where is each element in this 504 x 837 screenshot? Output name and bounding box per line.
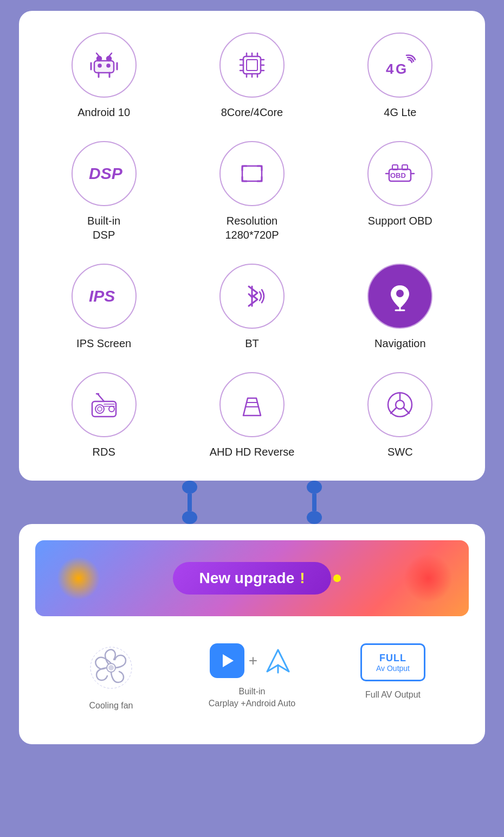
- obd-icon-circle: OBD: [367, 141, 432, 206]
- svg-text:G: G: [396, 61, 406, 77]
- carplay-item: + Built-inCarplay +Android Auto: [187, 643, 317, 712]
- ips-icon-circle: IPS: [72, 264, 137, 329]
- upgrade-dot: [333, 574, 341, 582]
- page-wrapper: Android 10: [19, 11, 485, 744]
- ahd-icon-circle: [219, 372, 285, 437]
- bt-icon-circle: [219, 264, 285, 329]
- connector-left: [182, 481, 197, 524]
- svg-point-12: [107, 65, 109, 67]
- resolution-icon: [232, 154, 272, 193]
- feature-android: Android 10: [35, 33, 172, 119]
- svg-point-53: [396, 400, 404, 409]
- ahd-icon: [232, 385, 272, 424]
- svg-text:IPS: IPS: [89, 287, 115, 305]
- bt-icon: [232, 277, 272, 316]
- ips-label: IPS Screen: [76, 336, 131, 350]
- feature-nav: Navigation: [332, 264, 469, 350]
- swc-label: SWC: [387, 445, 413, 459]
- features-grid: Android 10: [35, 33, 469, 459]
- plus-sign: +: [249, 652, 257, 669]
- swc-icon: [380, 385, 419, 424]
- rds-icon-circle: [72, 372, 137, 437]
- fullav-item: FULL Av Output Full AV Output: [328, 643, 458, 712]
- swc-icon-circle: [367, 372, 432, 437]
- svg-line-4: [96, 53, 99, 56]
- svg-line-42: [98, 394, 104, 401]
- bottom-card: New upgrade !: [19, 524, 485, 744]
- connector-right: [307, 481, 322, 524]
- connector-line-right: [312, 494, 316, 510]
- resolution-icon-circle: [219, 141, 285, 206]
- feature-dsp: DSP Built-inDSP: [35, 141, 172, 242]
- top-card: Android 10: [19, 11, 485, 481]
- svg-text:DSP: DSP: [89, 164, 123, 182]
- upgrade-text: New upgrade: [199, 570, 294, 587]
- cooling-fan-icon: [87, 643, 135, 692]
- carplay-label: Built-inCarplay +Android Auto: [209, 686, 296, 710]
- svg-point-11: [98, 65, 101, 67]
- svg-rect-6: [94, 61, 114, 73]
- full-av-bottom-text: Av Output: [376, 664, 410, 673]
- navigation-icon: [380, 277, 419, 316]
- upgrade-exclaim: !: [300, 570, 305, 587]
- ips-icon: IPS: [85, 277, 124, 316]
- ahd-label: AHD HD Reverse: [210, 445, 295, 459]
- connector-top-dot-left: [182, 481, 197, 494]
- connector-bottom-dot-left: [182, 511, 197, 524]
- svg-line-5: [109, 53, 112, 56]
- feature-rds: RDS: [35, 372, 172, 459]
- android-label: Android 10: [77, 105, 130, 119]
- svg-marker-60: [223, 654, 234, 667]
- feature-ahd: AHD HD Reverse: [183, 372, 320, 459]
- feature-core: 8Core/4Core: [183, 33, 320, 119]
- new-features-box: Cooling fan + Buil: [35, 627, 469, 728]
- fullav-label: Full AV Output: [365, 689, 421, 701]
- carplay-play-icon: [210, 643, 244, 678]
- obd-label: Support OBD: [368, 214, 432, 228]
- svg-point-58: [108, 665, 114, 670]
- upgrade-pill: New upgrade !: [173, 562, 331, 595]
- connector-top-dot-right: [307, 481, 322, 494]
- dsp-icon: DSP: [85, 154, 124, 193]
- full-av-box: FULL Av Output: [360, 643, 425, 681]
- chip-icon: [232, 46, 272, 85]
- android-auto-icon: [262, 644, 294, 677]
- feature-obd: OBD Support OBD: [332, 141, 469, 242]
- nav-icon-circle: [367, 264, 432, 329]
- connector-row: [19, 481, 485, 524]
- connector-bottom-dot-right: [307, 511, 322, 524]
- core-icon-circle: [219, 33, 285, 98]
- feature-bt: BT: [183, 264, 320, 350]
- feature-ips: IPS IPS Screen: [35, 264, 172, 350]
- carplay-icons: +: [210, 643, 294, 678]
- play-triangle-icon: [217, 651, 237, 670]
- 4g-icon: 4 G: [380, 46, 419, 85]
- svg-text:OBD: OBD: [390, 171, 406, 180]
- rds-label: RDS: [93, 445, 115, 459]
- upgrade-banner: New upgrade !: [35, 540, 469, 616]
- svg-rect-13: [243, 56, 261, 74]
- svg-text:4: 4: [386, 61, 394, 77]
- feature-resolution: Resolution1280*720P: [183, 141, 320, 242]
- svg-line-56: [404, 408, 409, 413]
- svg-point-46: [98, 407, 102, 411]
- feature-4g: 4 G 4G Lte: [332, 33, 469, 119]
- cooling-fan-item: Cooling fan: [46, 643, 176, 712]
- svg-line-55: [391, 408, 396, 413]
- bt-label: BT: [245, 336, 259, 350]
- svg-point-45: [95, 405, 104, 413]
- svg-rect-14: [247, 60, 257, 71]
- cooling-fan-label: Cooling fan: [89, 700, 133, 712]
- rds-icon: [85, 385, 124, 424]
- svg-point-47: [109, 406, 114, 412]
- obd-icon: OBD: [380, 154, 419, 193]
- android-icon-circle: [72, 33, 137, 98]
- core-label: 8Core/4Core: [221, 105, 283, 119]
- svg-rect-30: [242, 166, 262, 181]
- dsp-label: Built-inDSP: [87, 214, 120, 242]
- resolution-label: Resolution1280*720P: [225, 214, 279, 242]
- 4g-icon-circle: 4 G: [367, 33, 432, 98]
- android-icon: [85, 46, 124, 85]
- full-av-top-text: FULL: [379, 653, 406, 664]
- svg-point-39: [396, 290, 404, 297]
